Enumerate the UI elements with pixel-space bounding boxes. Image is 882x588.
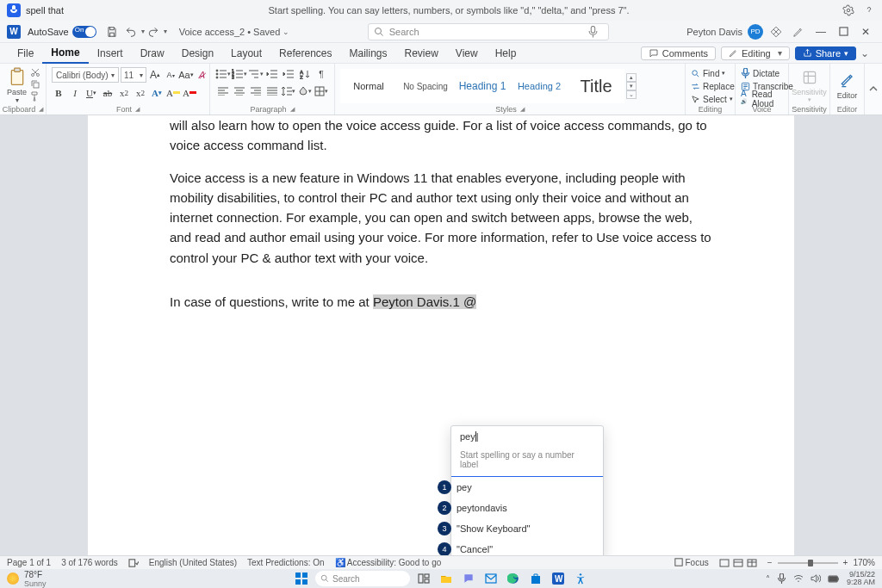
search-mic-icon[interactable] bbox=[588, 26, 598, 38]
sort-icon[interactable]: AZ bbox=[297, 67, 313, 81]
battery-icon[interactable] bbox=[828, 575, 840, 583]
spell-option-2[interactable]: peytondavis bbox=[451, 503, 507, 513]
spell-option-4[interactable]: "Cancel" bbox=[451, 544, 493, 554]
diamond-icon[interactable] bbox=[767, 26, 786, 38]
document-area[interactable]: will also learn how to open the voice ac… bbox=[0, 115, 882, 555]
shading-icon[interactable]: ▾ bbox=[297, 84, 313, 98]
tab-file[interactable]: File bbox=[9, 43, 42, 64]
comments-button[interactable]: Comments bbox=[641, 46, 716, 60]
paste-button[interactable]: Paste ▾ bbox=[5, 67, 28, 104]
accessibility-icon[interactable] bbox=[572, 571, 589, 586]
store-icon[interactable] bbox=[527, 571, 544, 586]
word-app-icon[interactable]: W bbox=[7, 25, 21, 39]
paragraph[interactable]: Voice access is a new feature in Windows… bbox=[170, 168, 712, 268]
language-status[interactable]: English (United States) bbox=[149, 558, 237, 567]
clear-format-icon[interactable]: A̷ bbox=[195, 68, 208, 82]
numbering-icon[interactable]: 123▾ bbox=[232, 67, 247, 81]
start-button[interactable] bbox=[293, 571, 310, 586]
tab-help[interactable]: Help bbox=[487, 43, 525, 64]
multilevel-icon[interactable]: ▾ bbox=[248, 67, 264, 81]
highlight-color-icon[interactable]: A bbox=[166, 86, 180, 100]
word-count[interactable]: 3 of 176 words bbox=[61, 558, 118, 567]
close-button[interactable]: ✕ bbox=[856, 26, 875, 38]
focus-button[interactable]: Focus bbox=[674, 558, 709, 567]
voice-help-icon[interactable] bbox=[854, 4, 875, 16]
maximize-button[interactable] bbox=[834, 27, 853, 36]
tray-chevron-icon[interactable]: ˄ bbox=[766, 574, 770, 584]
line-spacing-icon[interactable]: ▾ bbox=[281, 84, 296, 98]
zoom-level[interactable]: 170% bbox=[853, 558, 875, 567]
edge-icon[interactable] bbox=[505, 571, 522, 586]
find-button[interactable]: Find▾ bbox=[691, 67, 725, 79]
style-title[interactable]: Title bbox=[568, 69, 624, 103]
font-name-select[interactable]: Calibri (Body)▾ bbox=[52, 67, 119, 83]
change-case-icon[interactable]: Aa▾ bbox=[179, 68, 193, 82]
style-heading1[interactable]: Heading 1 bbox=[454, 69, 511, 103]
style-normal[interactable]: Normal bbox=[340, 69, 397, 103]
system-tray[interactable]: ˄ 9/15/229:28 AM bbox=[766, 571, 875, 587]
increase-indent-icon[interactable] bbox=[281, 67, 296, 81]
sensitivity-icon[interactable] bbox=[801, 69, 818, 86]
subscript-button[interactable]: x2 bbox=[117, 86, 131, 100]
paragraph[interactable]: will also learn how to open the voice ac… bbox=[170, 115, 712, 156]
mail-icon[interactable] bbox=[482, 571, 500, 586]
user-name[interactable]: Peyton Davis bbox=[686, 27, 742, 37]
microphone-icon[interactable] bbox=[7, 3, 21, 17]
redo-icon[interactable] bbox=[145, 23, 162, 40]
share-button[interactable]: Share▾ bbox=[795, 46, 856, 60]
tab-draw[interactable]: Draw bbox=[132, 43, 173, 64]
tab-design[interactable]: Design bbox=[173, 43, 222, 64]
text-predictions-status[interactable]: Text Predictions: On bbox=[247, 558, 324, 567]
dictate-button[interactable]: Dictate bbox=[741, 67, 780, 79]
justify-icon[interactable] bbox=[264, 84, 280, 98]
select-button[interactable]: Select▾ bbox=[691, 93, 733, 105]
minimize-button[interactable]: — bbox=[811, 26, 830, 38]
cut-icon[interactable] bbox=[30, 67, 40, 77]
word-taskbar-icon[interactable]: W bbox=[550, 571, 567, 586]
replace-button[interactable]: Replace bbox=[691, 80, 735, 92]
copy-icon[interactable] bbox=[30, 79, 40, 90]
underline-button[interactable]: U▾ bbox=[84, 86, 98, 100]
bold-button[interactable]: B bbox=[52, 86, 65, 100]
tab-mailings[interactable]: Mailings bbox=[340, 43, 395, 64]
volume-icon[interactable] bbox=[811, 574, 821, 583]
autosave-toggle[interactable]: On bbox=[72, 26, 96, 38]
font-size-select[interactable]: 11▾ bbox=[121, 67, 146, 83]
page-count[interactable]: Page 1 of 1 bbox=[7, 558, 51, 567]
tab-references[interactable]: References bbox=[270, 43, 340, 64]
bullets-icon[interactable]: ▾ bbox=[215, 67, 231, 81]
decrease-indent-icon[interactable] bbox=[264, 67, 280, 81]
align-left-icon[interactable] bbox=[215, 84, 231, 98]
collapse-ribbon-icon[interactable] bbox=[865, 64, 882, 115]
ribbon-options-icon[interactable]: ⌄ bbox=[856, 47, 873, 59]
view-icons[interactable] bbox=[719, 559, 757, 567]
paragraph[interactable]: In case of questions, write to me at Pey… bbox=[170, 292, 712, 312]
undo-icon[interactable] bbox=[122, 23, 140, 40]
styles-scroll[interactable]: ▴▾⌄ bbox=[626, 73, 637, 99]
save-icon[interactable] bbox=[103, 23, 121, 40]
zoom-slider[interactable] bbox=[778, 562, 838, 564]
text-effects-icon[interactable]: A▾ bbox=[150, 86, 164, 100]
spell-input[interactable]: pey| bbox=[451, 426, 603, 447]
spellcheck-icon[interactable] bbox=[128, 559, 139, 567]
spell-option-3[interactable]: "Show Keyboard" bbox=[451, 523, 530, 534]
task-view-icon[interactable] bbox=[415, 571, 432, 586]
pen-icon[interactable] bbox=[789, 26, 808, 38]
spell-option-1[interactable]: pey bbox=[451, 482, 472, 492]
tab-review[interactable]: Review bbox=[396, 43, 447, 64]
read-aloud-button[interactable]: A🔊Read Aloud bbox=[741, 93, 783, 105]
style-heading2[interactable]: Heading 2 bbox=[511, 69, 568, 103]
align-center-icon[interactable] bbox=[232, 84, 247, 98]
italic-button[interactable]: I bbox=[68, 86, 82, 100]
tab-view[interactable]: View bbox=[447, 43, 487, 64]
tray-mic-icon[interactable] bbox=[777, 573, 786, 584]
user-avatar[interactable]: PD bbox=[748, 24, 763, 40]
document-title[interactable]: Voice access_2 • Saved bbox=[179, 27, 281, 37]
tab-home[interactable]: Home bbox=[42, 43, 88, 64]
explorer-icon[interactable] bbox=[438, 571, 455, 586]
tab-insert[interactable]: Insert bbox=[89, 43, 132, 64]
grow-font-icon[interactable]: A▴ bbox=[148, 68, 162, 82]
editor-icon[interactable] bbox=[839, 72, 856, 90]
align-right-icon[interactable] bbox=[248, 84, 264, 98]
show-marks-icon[interactable]: ¶ bbox=[314, 67, 329, 81]
